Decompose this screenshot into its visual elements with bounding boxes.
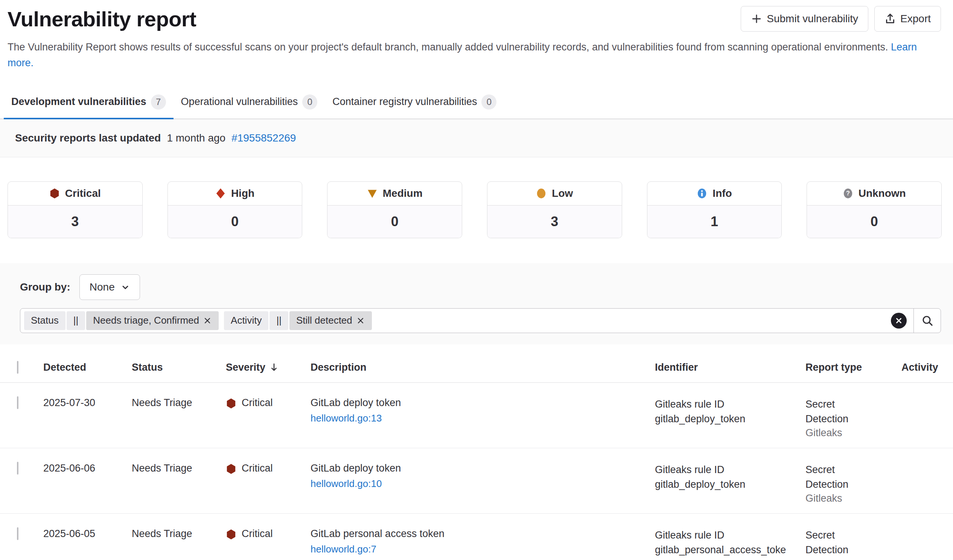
severity-low-icon	[536, 188, 546, 199]
vulnerability-row[interactable]: 2025-07-30 Needs Triage Critical GitLab …	[0, 383, 953, 448]
filter-token-name[interactable]: Activity	[224, 311, 269, 330]
vulnerability-title-link[interactable]: GitLab deploy token	[310, 462, 647, 474]
column-header-detected[interactable]: Detected	[43, 355, 132, 382]
plus-icon	[751, 13, 762, 25]
filter-token-value-text: Needs triage, Confirmed	[93, 315, 199, 326]
select-all-checkbox[interactable]	[17, 361, 19, 374]
detected-date: 2025-06-05	[43, 514, 132, 560]
severity-card-header: Medium	[327, 182, 462, 205]
search-icon	[921, 315, 933, 327]
tab[interactable]: Container registry vulnerabilities 0	[325, 88, 504, 119]
identifier-value: Gitleaks rule ID gitlab_deploy_token	[655, 397, 787, 427]
filter-token-value[interactable]: Still detected	[289, 311, 372, 330]
row-checkbox[interactable]	[17, 396, 19, 409]
column-header-identifier[interactable]: Identifier	[655, 355, 806, 382]
vulnerability-row[interactable]: 2025-06-06 Needs Triage Critical GitLab …	[0, 448, 953, 514]
location-link[interactable]: helloworld.go:10	[310, 478, 382, 489]
report-type-value: Secret Detection	[806, 397, 865, 427]
group-by-row: Group by: None	[20, 275, 941, 300]
severity-value: Critical	[242, 397, 273, 409]
tab-count-badge: 7	[151, 95, 166, 110]
vulnerability-row[interactable]: 2025-06-05 Needs Triage Critical GitLab …	[0, 514, 953, 560]
vulnerability-title-link[interactable]: GitLab deploy token	[310, 397, 647, 409]
scanner-name: Gitleaks	[806, 493, 894, 504]
column-header-description[interactable]: Description	[310, 355, 655, 382]
page-description: The Vulnerability Report shows results o…	[0, 32, 933, 71]
clear-filters-button[interactable]	[884, 309, 913, 333]
security-reports-status-bar: Security reports last updated 1 month ag…	[0, 119, 953, 157]
clear-icon	[891, 313, 907, 329]
severity-summary: Critical 3 High 0 Medium 0 Low 3 Info 1 …	[0, 181, 953, 238]
tab-label: Container registry vulnerabilities	[332, 96, 477, 108]
severity-card[interactable]: ? Unknown 0	[807, 181, 942, 238]
filter-token-value[interactable]: Needs triage, Confirmed	[86, 311, 219, 330]
severity-card[interactable]: Medium 0	[327, 181, 462, 238]
remove-token-icon[interactable]	[356, 316, 365, 325]
header-actions: Submit vulnerability Export	[741, 6, 941, 32]
severity-card-count: 0	[807, 205, 941, 238]
description-text: The Vulnerability Report shows results o…	[8, 41, 888, 53]
filtered-search-bar[interactable]: Status || Needs triage, Confirmed Activi…	[20, 308, 941, 333]
row-checkbox[interactable]	[17, 527, 19, 540]
severity-value: Critical	[242, 528, 273, 540]
filter-token-name[interactable]: Status	[24, 311, 65, 330]
tab-count-badge: 0	[481, 95, 497, 110]
severity-card-count: 0	[327, 205, 462, 238]
detected-date: 2025-06-06	[43, 448, 132, 513]
tab[interactable]: Development vulnerabilities 7	[4, 88, 174, 119]
severity-card[interactable]: Critical 3	[8, 181, 143, 238]
severity-card[interactable]: Low 3	[487, 181, 622, 238]
filter-token-operator[interactable]: ||	[67, 311, 85, 330]
table-body: 2025-07-30 Needs Triage Critical GitLab …	[0, 383, 953, 560]
remove-token-icon[interactable]	[203, 316, 212, 325]
filter-token-list: Status || Needs triage, Confirmed Activi…	[20, 309, 884, 333]
activity-cell	[902, 448, 953, 513]
report-type-value: Secret Detection	[806, 462, 865, 492]
severity-value: Critical	[242, 462, 273, 474]
severity-card[interactable]: Info 1	[647, 181, 782, 238]
chevron-down-icon	[121, 282, 130, 292]
vulnerability-table: Detected Status Severity Description Ide…	[0, 355, 953, 560]
location-link[interactable]: helloworld.go:13	[310, 413, 382, 424]
column-header-status[interactable]: Status	[132, 355, 226, 382]
search-button[interactable]	[913, 309, 941, 333]
filter-token-operator[interactable]: ||	[270, 311, 288, 330]
export-icon	[885, 13, 896, 25]
column-header-report-type[interactable]: Report type	[806, 355, 902, 382]
severity-card-header: ? Unknown	[807, 182, 941, 205]
submit-vulnerability-button[interactable]: Submit vulnerability	[741, 6, 868, 32]
severity-card-label: Info	[712, 188, 732, 200]
svg-text:?: ?	[846, 190, 850, 197]
severity-critical-icon	[226, 464, 236, 474]
row-checkbox[interactable]	[17, 462, 19, 475]
scanner-name: Gitleaks	[806, 558, 894, 560]
severity-card-label: Medium	[383, 188, 423, 200]
severity-card-header: Critical	[8, 182, 142, 205]
severity-card[interactable]: High 0	[168, 181, 303, 238]
vulnerability-title-link[interactable]: GitLab personal access token	[310, 528, 647, 540]
severity-critical-icon	[226, 529, 236, 540]
last-updated-label: Security reports last updated	[15, 132, 161, 144]
severity-card-header: Low	[487, 182, 622, 205]
severity-card-header: Info	[647, 182, 782, 205]
severity-card-count: 3	[8, 205, 142, 238]
status-value: Needs Triage	[132, 383, 226, 448]
group-by-dropdown[interactable]: None	[79, 275, 140, 300]
severity-critical-icon	[226, 398, 236, 409]
report-type-value: Secret Detection	[806, 528, 865, 557]
tab-label: Development vulnerabilities	[11, 96, 146, 108]
severity-card-label: Critical	[65, 188, 101, 200]
status-value: Needs Triage	[132, 448, 226, 513]
activity-cell	[902, 514, 953, 560]
location-link[interactable]: helloworld.go:7	[310, 543, 376, 555]
pipeline-link[interactable]: #1955852269	[231, 132, 296, 144]
filter-token: Status || Needs triage, Confirmed	[24, 311, 219, 330]
export-button[interactable]: Export	[874, 6, 941, 32]
severity-high-icon	[215, 188, 226, 199]
column-header-activity[interactable]: Activity	[902, 355, 953, 382]
column-header-severity[interactable]: Severity	[226, 361, 279, 373]
tab[interactable]: Operational vulnerabilities 0	[174, 88, 325, 119]
page-header: Vulnerability report Submit vulnerabilit…	[0, 0, 953, 32]
activity-cell	[902, 383, 953, 448]
severity-card-label: Low	[552, 188, 573, 200]
